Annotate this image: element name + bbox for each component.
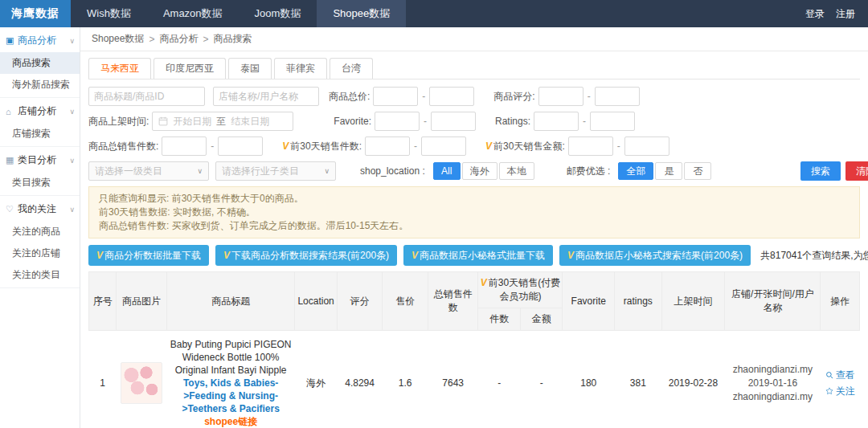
register-link[interactable]: 注册 bbox=[836, 7, 855, 21]
sold30-min-input[interactable] bbox=[365, 137, 410, 156]
nav-item-amazon[interactable]: Amazon数据 bbox=[147, 0, 239, 27]
sidebar-head-category-analysis[interactable]: ▦ 类目分析 ∨ bbox=[0, 149, 80, 172]
amount30-max-input[interactable] bbox=[624, 137, 669, 156]
shop-open-date: 2019-01-16 bbox=[728, 377, 817, 390]
total-sold-max-input[interactable] bbox=[218, 137, 263, 156]
nav-item-wish[interactable]: Wish数据 bbox=[71, 0, 147, 27]
amount30-min-input[interactable] bbox=[568, 137, 613, 156]
total-sold-min-input[interactable] bbox=[162, 137, 207, 156]
primary-nav: Wish数据 Amazon数据 Joom数据 Shopee数据 bbox=[71, 0, 406, 27]
dianxiaomi-results-button[interactable]: V 商品数据店小秘格式搜索结果(前200条) bbox=[559, 245, 751, 266]
sidebar-section-shop-analysis: ⌂ 店铺分析 ∨ 店铺搜索 bbox=[0, 98, 80, 147]
shop-location-all-button[interactable]: All bbox=[433, 162, 461, 180]
search-button[interactable]: 搜索 bbox=[800, 161, 841, 181]
rating-max-input[interactable] bbox=[595, 87, 640, 106]
breadcrumb-root[interactable]: Shopee数据 bbox=[92, 32, 144, 46]
cell-amount30: - bbox=[520, 331, 563, 428]
header-sales30-group: V前30天销售(付费会员功能) bbox=[478, 272, 563, 308]
tab-malaysia[interactable]: 马来西亚 bbox=[88, 58, 151, 79]
tab-indonesia[interactable]: 印度尼西亚 bbox=[154, 58, 226, 79]
breadcrumb: Shopee数据 > 商品分析 > 商品搜索 bbox=[80, 27, 868, 51]
auth-links: 登录 注册 bbox=[805, 0, 868, 27]
header-sales30-count: 件数 bbox=[478, 308, 520, 331]
cell-seq: 1 bbox=[89, 331, 117, 428]
favorite-min-input[interactable] bbox=[375, 112, 420, 131]
product-title[interactable]: Baby Puting Pupici PIGEON Wideneck Bottl… bbox=[170, 338, 291, 377]
product-title-input[interactable] bbox=[88, 87, 205, 106]
price-min-input[interactable] bbox=[373, 87, 418, 106]
sidebar-section-product-analysis: ▣ 商品分析 ∨ 商品搜索 海外新品搜索 bbox=[0, 27, 80, 98]
rating-min-input[interactable] bbox=[538, 87, 583, 106]
sidebar-item-followed-categories[interactable]: 关注的类目 bbox=[0, 264, 80, 286]
follow-link[interactable]: 关注 bbox=[824, 383, 857, 399]
category-level2-select[interactable]: 请选择行业子类目 ∨ bbox=[215, 161, 336, 181]
login-link[interactable]: 登录 bbox=[805, 7, 825, 21]
notice-line: 只能查询和显示: 前30天销售件数大于0的商品。 bbox=[99, 192, 850, 206]
product-image[interactable] bbox=[121, 362, 162, 404]
vip-icon: V bbox=[485, 141, 492, 152]
shop-name[interactable]: zhaoningdianzi.my bbox=[728, 363, 817, 377]
sidebar-head-label: 我的关注 bbox=[18, 202, 56, 216]
category-level1-select[interactable]: 请选择一级类目 ∨ bbox=[88, 161, 209, 181]
breadcrumb-section[interactable]: 商品分析 bbox=[159, 32, 198, 46]
main-area: Shopee数据 > 商品分析 > 商品搜索 马来西亚 印度尼西亚 泰国 菲律宾… bbox=[80, 27, 868, 428]
amount30-label: 前30天销售金额: bbox=[493, 140, 565, 153]
sidebar-head-product-analysis[interactable]: ▣ 商品分析 ∨ bbox=[0, 29, 80, 52]
product-category-link[interactable]: Toys, Kids & Babies->Feeding & Nursing->… bbox=[170, 377, 291, 415]
search-filters: 商品总价: - 商品评分: - 商品上架时间: 开始日期 至 结束日期 bbox=[88, 79, 860, 181]
result-count-text: 共817041个查询结果,为您显示前5000个。 bbox=[760, 249, 868, 263]
ratings-min-input[interactable] bbox=[534, 112, 579, 131]
shipping-yes-button[interactable]: 是 bbox=[655, 162, 682, 180]
sold30-max-input[interactable] bbox=[421, 137, 466, 156]
header-favorite: Favorite bbox=[563, 272, 615, 331]
chevron-down-icon: ∨ bbox=[197, 167, 203, 175]
content: 马来西亚 印度尼西亚 泰国 菲律宾 台湾 商品总价: - 商品评分: - bbox=[80, 51, 868, 428]
sidebar-item-category-search[interactable]: 类目搜索 bbox=[0, 172, 80, 194]
favorite-max-input[interactable] bbox=[431, 112, 476, 131]
listed-date-range-picker[interactable]: 开始日期 至 结束日期 bbox=[152, 112, 293, 131]
download-results-button[interactable]: V 下载商品分析数据搜索结果(前200条) bbox=[215, 245, 397, 266]
sidebar-item-followed-shops[interactable]: 关注的店铺 bbox=[0, 243, 80, 264]
listed-date-label: 商品上架时间: bbox=[88, 115, 149, 128]
shipping-segment: 全部 是 否 bbox=[618, 162, 711, 180]
cell-title: Baby Puting Pupici PIGEON Wideneck Bottl… bbox=[166, 331, 294, 428]
header-total-sold: 总销售件数 bbox=[428, 272, 478, 331]
price-max-input[interactable] bbox=[429, 87, 474, 106]
dianxiaomi-bulk-download-button[interactable]: V 商品数据店小秘格式批量下载 bbox=[403, 245, 553, 266]
shopee-link[interactable]: shopee链接 bbox=[170, 415, 291, 428]
tab-philippines[interactable]: 菲律宾 bbox=[274, 58, 327, 79]
tab-taiwan[interactable]: 台湾 bbox=[330, 58, 373, 79]
sidebar-item-followed-products[interactable]: 关注的商品 bbox=[0, 221, 80, 243]
sidebar-item-product-search[interactable]: 商品搜索 bbox=[0, 52, 80, 74]
shop-location-local-button[interactable]: 本地 bbox=[499, 162, 534, 180]
sidebar-head-my-follow[interactable]: ♡ 我的关注 ∨ bbox=[0, 198, 80, 221]
range-dash: - bbox=[617, 141, 620, 152]
dianxiaomi-results-label: 商品数据店小秘格式搜索结果(前200条) bbox=[575, 249, 743, 263]
nav-item-joom[interactable]: Joom数据 bbox=[239, 0, 317, 27]
shipping-no-button[interactable]: 否 bbox=[684, 162, 711, 180]
cell-price: 1.6 bbox=[383, 331, 428, 428]
nav-item-shopee[interactable]: Shopee数据 bbox=[317, 0, 406, 27]
sidebar-head-shop-analysis[interactable]: ⌂ 店铺分析 ∨ bbox=[0, 100, 80, 123]
date-start-placeholder: 开始日期 bbox=[173, 115, 211, 128]
tab-thailand[interactable]: 泰国 bbox=[228, 58, 272, 79]
ratings-max-input[interactable] bbox=[590, 112, 635, 131]
clear-button[interactable]: 清除 bbox=[845, 161, 868, 181]
filter-row-4: 请选择一级类目 ∨ 请选择行业子类目 ∨ shop_location : All… bbox=[88, 161, 860, 181]
shop-name-input[interactable] bbox=[213, 87, 319, 106]
bulk-download-button[interactable]: V 商品分析数据批量下载 bbox=[88, 245, 209, 266]
shop-location-overseas-button[interactable]: 海外 bbox=[462, 162, 497, 180]
view-link[interactable]: 查看 bbox=[824, 367, 857, 383]
header-sales30-label: 前30天销售(付费会员功能) bbox=[489, 277, 560, 302]
chevron-down-icon: ∨ bbox=[324, 167, 330, 175]
category-analysis-icon: ▦ bbox=[6, 155, 18, 165]
header-ops: 操作 bbox=[821, 272, 860, 331]
sidebar-item-overseas-new-search[interactable]: 海外新品搜索 bbox=[0, 74, 80, 96]
shipping-all-button[interactable]: 全部 bbox=[618, 162, 653, 180]
shop-username: zhaoningdianzi.my bbox=[728, 390, 817, 404]
cell-ops: 查看 关注 bbox=[821, 331, 860, 428]
range-dash: - bbox=[422, 91, 425, 102]
cell-listed-date: 2019-02-28 bbox=[661, 331, 725, 428]
bulk-actions: V 商品分析数据批量下载 V 下载商品分析数据搜索结果(前200条) V 商品数… bbox=[88, 245, 860, 266]
sidebar-item-shop-search[interactable]: 店铺搜索 bbox=[0, 123, 80, 145]
